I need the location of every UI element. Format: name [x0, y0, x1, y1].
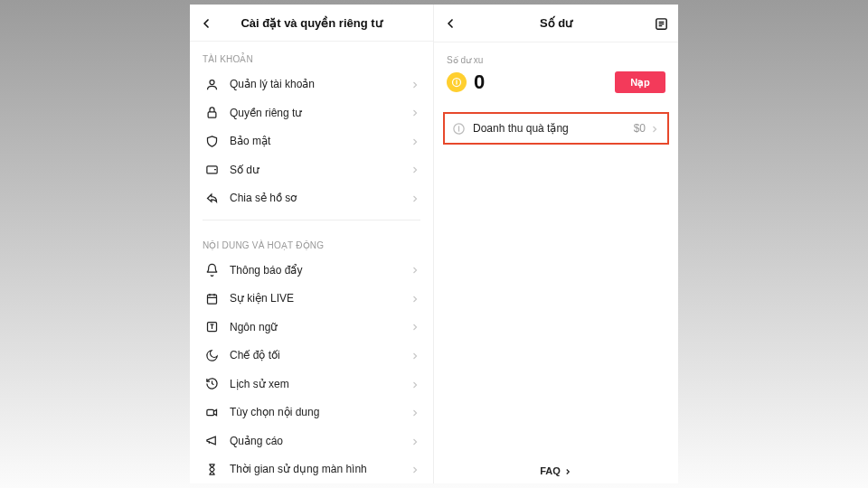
- coin-balance-value: 0: [474, 70, 615, 94]
- settings-pane: Cài đặt và quyền riêng tư TÀI KHOẢN Quản…: [190, 5, 434, 483]
- item-label: Chế độ tối: [221, 349, 410, 361]
- video-icon: [203, 406, 221, 419]
- calendar-icon: [203, 292, 221, 305]
- chevron-right-icon: [410, 105, 420, 121]
- svg-rect-3: [207, 295, 216, 304]
- item-privacy[interactable]: Quyền riêng tư: [190, 99, 433, 127]
- back-button[interactable]: [443, 5, 458, 42]
- chevron-right-icon: [410, 347, 420, 363]
- faq-link[interactable]: FAQ: [434, 465, 678, 476]
- item-label: Sự kiện LIVE: [221, 292, 410, 305]
- item-language[interactable]: Ngôn ngữ: [190, 313, 433, 342]
- history-icon: [203, 377, 221, 390]
- coin-balance-row: 0 Nạp: [434, 70, 678, 107]
- item-ads[interactable]: Quảng cáo: [190, 427, 433, 455]
- coin-balance-label: Số dư xu: [434, 42, 678, 70]
- gift-revenue-row[interactable]: Doanh thu quà tặng $0: [443, 112, 669, 145]
- item-share-profile[interactable]: Chia sẻ hồ sơ: [190, 183, 433, 212]
- svg-point-0: [210, 80, 214, 84]
- language-icon: [203, 320, 221, 333]
- user-icon: [203, 78, 221, 91]
- balance-header: Số dư: [434, 5, 678, 42]
- gift-revenue-value: $0: [634, 122, 646, 135]
- chevron-right-icon: [563, 467, 572, 476]
- gift-icon: [452, 120, 466, 136]
- section-account: TÀI KHOẢN: [190, 42, 433, 70]
- item-label: Thời gian sử dụng màn hình: [221, 463, 410, 475]
- faq-label: FAQ: [540, 465, 561, 476]
- megaphone-icon: [203, 434, 221, 447]
- svg-rect-1: [208, 112, 216, 117]
- item-label: Số dư: [221, 164, 410, 176]
- lock-icon: [203, 106, 221, 119]
- chevron-right-icon: [649, 120, 660, 136]
- shield-icon: [203, 135, 221, 148]
- item-balance[interactable]: Số dư: [190, 155, 433, 184]
- item-live-events[interactable]: Sự kiện LIVE: [190, 284, 433, 313]
- item-label: Tùy chọn nội dung: [221, 406, 410, 418]
- chevron-left-icon: [443, 16, 458, 31]
- item-manage-account[interactable]: Quản lý tài khoản: [190, 70, 433, 99]
- item-content-preferences[interactable]: Tùy chọn nội dung: [190, 399, 433, 427]
- svg-rect-5: [206, 409, 213, 415]
- wallet-icon: [203, 163, 221, 176]
- item-security[interactable]: Bảo mật: [190, 127, 433, 155]
- chevron-right-icon: [410, 404, 420, 420]
- share-icon: [203, 192, 221, 205]
- hourglass-icon: [203, 463, 221, 476]
- transactions-button[interactable]: [654, 5, 669, 42]
- item-label: Lịch sử xem: [221, 378, 410, 390]
- item-label: Quảng cáo: [221, 435, 410, 447]
- chevron-right-icon: [410, 433, 420, 449]
- settings-header: Cài đặt và quyền riêng tư: [190, 5, 433, 42]
- item-label: Chia sẻ hồ sơ: [221, 192, 410, 204]
- item-label: Ngôn ngữ: [221, 321, 410, 333]
- divider: [203, 220, 420, 221]
- chevron-right-icon: [410, 190, 420, 206]
- item-dark-mode[interactable]: Chế độ tối: [190, 341, 433, 370]
- coin-icon: [447, 72, 467, 92]
- chevron-right-icon: [410, 262, 420, 278]
- item-screen-time[interactable]: Thời gian sử dụng màn hình: [190, 455, 433, 484]
- chevron-right-icon: [410, 376, 420, 392]
- topup-button[interactable]: Nạp: [615, 71, 665, 93]
- section-content: NỘI DUNG VÀ HOẠT ĐỘNG: [190, 228, 433, 256]
- item-label: Thông báo đẩy: [221, 264, 410, 277]
- bell-icon: [203, 263, 221, 277]
- item-push-notifications[interactable]: Thông báo đẩy: [190, 256, 433, 285]
- chevron-right-icon: [410, 290, 420, 306]
- balance-title: Số dư: [540, 16, 572, 30]
- chevron-right-icon: [410, 76, 420, 92]
- item-watch-history[interactable]: Lịch sử xem: [190, 370, 433, 399]
- item-label: Quyền riêng tư: [221, 107, 410, 119]
- moon-icon: [203, 349, 221, 362]
- list-icon: [654, 16, 669, 32]
- settings-title: Cài đặt và quyền riêng tư: [241, 16, 382, 30]
- chevron-right-icon: [410, 162, 420, 178]
- item-label: Bảo mật: [221, 135, 410, 147]
- gift-revenue-label: Doanh thu quà tặng: [466, 122, 634, 135]
- balance-pane: Số dư Số dư xu 0 Nạp Doanh thu quà tặng …: [434, 5, 678, 483]
- chevron-right-icon: [410, 133, 420, 149]
- chevron-right-icon: [410, 319, 420, 335]
- chevron-right-icon: [410, 461, 420, 477]
- item-label: Quản lý tài khoản: [221, 78, 410, 90]
- back-button[interactable]: [199, 5, 213, 42]
- chevron-left-icon: [199, 16, 213, 31]
